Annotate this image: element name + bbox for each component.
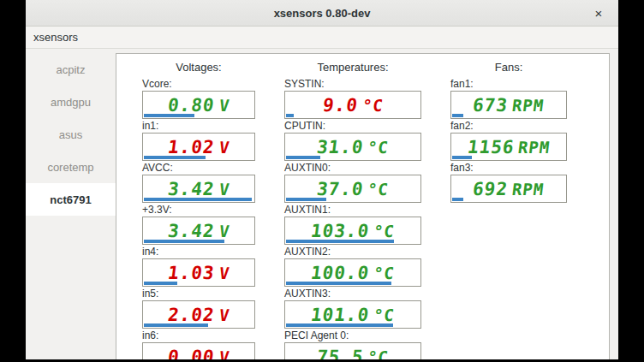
sensor-lcd-display: 3.42 V bbox=[142, 217, 255, 245]
sidebar-item-label: asus bbox=[59, 128, 82, 141]
window-title: xsensors 0.80-dev bbox=[274, 7, 371, 20]
sensor-label: in1: bbox=[142, 120, 255, 132]
sensor-progress-bar bbox=[286, 156, 320, 159]
sensor-unit: V bbox=[218, 264, 230, 282]
sensor-lcd-display: 3.42 V bbox=[142, 175, 255, 203]
sensor-unit: °C bbox=[361, 96, 385, 115]
sensor-unit: RPM bbox=[511, 180, 546, 199]
sensor-label: in4: bbox=[142, 246, 255, 258]
sensor-readings-panel[interactable]: Voltages: Vcore: 0.80 V in1: 1.02 V AVCC… bbox=[116, 53, 610, 359]
sensor-value: 100.0 bbox=[309, 263, 370, 283]
sensor-lcd-display: 1.02 V bbox=[142, 133, 255, 161]
sensor-label: AUXTIN0: bbox=[284, 162, 421, 174]
sensor-cell-vcore: Vcore: 0.80 V bbox=[142, 78, 255, 119]
sensor-lcd-display: 692 RPM bbox=[450, 175, 567, 203]
sensor-label: in6: bbox=[142, 329, 255, 341]
column-header: Voltages: bbox=[142, 61, 255, 74]
sensor-value: 1.02 bbox=[167, 137, 217, 157]
sensor-value: 37.0 bbox=[315, 179, 365, 199]
sensor-unit: RPM bbox=[517, 138, 552, 157]
sensor-progress-bar bbox=[452, 156, 472, 159]
sensor-unit: °C bbox=[367, 347, 391, 360]
sensor-value: 0.00 bbox=[167, 347, 217, 360]
sensor-label: AUXTIN3: bbox=[284, 288, 421, 300]
sensor-progress-bar bbox=[144, 240, 224, 243]
column-cells: SYSTIN: 9.0 °C CPUTIN: 31.0 °C AUXTIN0: … bbox=[284, 78, 421, 359]
sensor-value: 75.5 bbox=[315, 347, 365, 360]
sensor-lcd-display: 0.80 V bbox=[142, 91, 255, 119]
sensor-value: 31.0 bbox=[315, 137, 365, 157]
column-cells: fan1: 673 RPM fan2: 1156 RPM fan3: 692 R… bbox=[450, 78, 567, 203]
menubar: xsensors bbox=[26, 27, 618, 49]
sensor-value: 0.80 bbox=[167, 95, 217, 116]
sensor-unit: V bbox=[218, 96, 230, 115]
sensor-lcd-display: 2.02 V bbox=[142, 300, 255, 329]
sensor-lcd-display: 103.0 °C bbox=[284, 217, 421, 245]
sensor-cell-in1: in1: 1.02 V bbox=[142, 120, 255, 161]
sensor-unit: °C bbox=[373, 222, 397, 240]
sensor-cell-auxtin1: AUXTIN1: 103.0 °C bbox=[284, 204, 421, 245]
sensor-progress-bar bbox=[286, 114, 294, 117]
sidebar-item-label: acpitz bbox=[57, 63, 86, 76]
sensor-chip-tab-list: acpitz amdgpu asus coretemp nct6791 bbox=[26, 53, 116, 216]
sensor-value: 1.03 bbox=[167, 263, 217, 283]
column-voltages: Voltages: Vcore: 0.80 V in1: 1.02 V AVCC… bbox=[142, 61, 255, 359]
sensor-label: Vcore: bbox=[142, 78, 255, 90]
sensor-label: AUXTIN2: bbox=[284, 246, 421, 258]
sensor-label: SYSTIN: bbox=[284, 78, 421, 90]
sensor-label: CPUTIN: bbox=[284, 120, 421, 132]
sensor-progress-bar bbox=[144, 114, 194, 117]
sensor-value: 1156 bbox=[466, 137, 516, 157]
sensor-lcd-display: 673 RPM bbox=[450, 91, 567, 119]
sensor-cell-peciagent0: PECI Agent 0: 75.5 °C bbox=[284, 329, 421, 359]
sensor-lcd-display: 0.00 V bbox=[142, 342, 255, 359]
sidebar-item-acpitz[interactable]: acpitz bbox=[26, 53, 116, 86]
column-fans: Fans: fan1: 673 RPM fan2: 1156 RPM fan3:… bbox=[450, 61, 567, 359]
sensor-unit: V bbox=[218, 306, 230, 324]
sensor-value: 673 bbox=[472, 95, 510, 116]
sensor-unit: V bbox=[218, 222, 230, 240]
sidebar-item-nct6791[interactable]: nct6791 bbox=[26, 183, 116, 216]
sensor-unit: °C bbox=[373, 264, 397, 282]
sensor-unit: V bbox=[218, 180, 230, 199]
sensor-label: fan3: bbox=[450, 162, 567, 174]
sensor-progress-bar bbox=[144, 198, 252, 201]
close-icon[interactable]: × bbox=[590, 4, 607, 21]
sensor-cell-in4: in4: 1.03 V bbox=[142, 246, 255, 287]
sensor-value: 2.02 bbox=[167, 305, 217, 325]
sensor-value: 103.0 bbox=[309, 221, 370, 241]
sensor-progress-bar bbox=[286, 323, 393, 327]
sensor-unit: RPM bbox=[511, 96, 546, 115]
sensor-value: 692 bbox=[472, 179, 510, 199]
sensor-lcd-display: 9.0 °C bbox=[284, 91, 421, 119]
menu-xsensors[interactable]: xsensors bbox=[26, 27, 86, 48]
sensor-progress-bar bbox=[286, 198, 326, 201]
sensor-label: +3.3V: bbox=[142, 204, 255, 216]
sensor-cell-fan3: fan3: 692 RPM bbox=[450, 162, 567, 203]
sensor-lcd-display: 100.0 °C bbox=[284, 258, 421, 287]
column-cells: Vcore: 0.80 V in1: 1.02 V AVCC: 3.42 V +… bbox=[142, 78, 255, 359]
sensor-lcd-display: 1156 RPM bbox=[450, 133, 567, 161]
sensor-label: in5: bbox=[142, 288, 255, 300]
sidebar-item-coretemp[interactable]: coretemp bbox=[26, 151, 116, 183]
sensor-cell-auxtin3: AUXTIN3: 101.0 °C bbox=[284, 288, 421, 329]
sensor-unit: °C bbox=[367, 180, 391, 199]
sensor-label: PECI Agent 0: bbox=[284, 329, 421, 341]
sensor-label: fan1: bbox=[450, 78, 567, 90]
sensor-progress-bar bbox=[144, 282, 177, 285]
sidebar-item-asus[interactable]: asus bbox=[26, 118, 116, 151]
sensor-unit: V bbox=[218, 138, 230, 157]
sensor-lcd-display: 31.0 °C bbox=[284, 133, 421, 161]
sensor-label: fan2: bbox=[450, 120, 567, 132]
sensor-cell-fan1: fan1: 673 RPM bbox=[450, 78, 567, 119]
column-temperatures: Temperatures: SYSTIN: 9.0 °C CPUTIN: 31.… bbox=[284, 61, 421, 359]
sensor-lcd-display: 101.0 °C bbox=[284, 300, 421, 329]
sidebar-item-label: nct6791 bbox=[50, 193, 91, 206]
sidebar-item-amdgpu[interactable]: amdgpu bbox=[26, 86, 116, 118]
titlebar[interactable]: xsensors 0.80-dev × bbox=[26, 0, 618, 27]
sidebar-item-label: amdgpu bbox=[51, 96, 91, 109]
sensor-value: 9.0 bbox=[321, 95, 359, 116]
sensor-label: AUXTIN1: bbox=[284, 204, 421, 216]
sensor-unit: V bbox=[218, 347, 230, 360]
sensor-progress-bar bbox=[144, 323, 208, 327]
